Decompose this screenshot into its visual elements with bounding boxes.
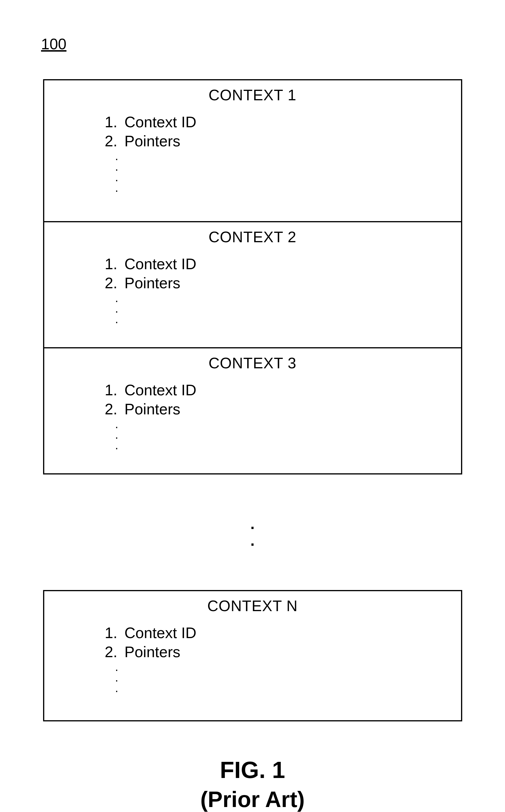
- figure-number: FIG. 1: [38, 757, 467, 784]
- context-block-3: CONTEXT 3 1. Context ID 2. Pointers ...: [44, 347, 461, 473]
- item-number: 1.: [97, 255, 125, 274]
- figure-subtitle: (Prior Art): [38, 787, 467, 812]
- context-title: CONTEXT 1: [56, 86, 449, 104]
- context-block-2: CONTEXT 2 1. Context ID 2. Pointers ...: [44, 221, 461, 347]
- item-label: Context ID: [125, 624, 197, 643]
- list-item: 1. Context ID: [97, 113, 449, 132]
- vertical-ellipsis-icon: ....: [115, 151, 449, 193]
- item-number: 2.: [97, 274, 125, 293]
- vertical-ellipsis-icon: ...: [115, 662, 449, 693]
- figure-caption: FIG. 1 (Prior Art): [38, 757, 467, 812]
- item-label: Pointers: [125, 400, 181, 419]
- item-label: Pointers: [125, 274, 181, 293]
- item-label: Pointers: [125, 643, 181, 662]
- context-item-list: 1. Context ID 2. Pointers: [97, 113, 449, 151]
- context-item-list: 1. Context ID 2. Pointers: [97, 624, 449, 662]
- item-number: 2.: [97, 132, 125, 151]
- item-number: 2.: [97, 643, 125, 662]
- context-item-list: 1. Context ID 2. Pointers: [97, 381, 449, 419]
- context-title: CONTEXT N: [56, 597, 449, 615]
- item-label: Context ID: [125, 381, 197, 400]
- list-item: 2. Pointers: [97, 132, 449, 151]
- item-label: Context ID: [125, 255, 197, 274]
- context-stack: CONTEXT 1 1. Context ID 2. Pointers ....…: [43, 79, 462, 475]
- item-number: 1.: [97, 624, 125, 643]
- list-item: 2. Pointers: [97, 400, 449, 419]
- continuation-dots-icon: ..: [38, 516, 467, 549]
- context-item-list: 1. Context ID 2. Pointers: [97, 255, 449, 293]
- context-title: CONTEXT 3: [56, 354, 449, 372]
- list-item: 1. Context ID: [97, 255, 449, 274]
- reference-number: 100: [41, 35, 467, 53]
- list-item: 1. Context ID: [97, 624, 449, 643]
- list-item: 1. Context ID: [97, 381, 449, 400]
- figure-page: 100 CONTEXT 1 1. Context ID 2. Pointers …: [0, 0, 505, 812]
- context-block-1: CONTEXT 1 1. Context ID 2. Pointers ....: [44, 80, 461, 221]
- item-number: 1.: [97, 113, 125, 132]
- item-label: Pointers: [125, 132, 181, 151]
- vertical-ellipsis-icon: ...: [115, 419, 449, 450]
- item-number: 1.: [97, 381, 125, 400]
- vertical-ellipsis-icon: ...: [115, 293, 449, 324]
- item-number: 2.: [97, 400, 125, 419]
- list-item: 2. Pointers: [97, 643, 449, 662]
- context-block-n-inner: CONTEXT N 1. Context ID 2. Pointers ...: [44, 591, 461, 720]
- list-item: 2. Pointers: [97, 274, 449, 293]
- context-title: CONTEXT 2: [56, 228, 449, 246]
- context-block-n: CONTEXT N 1. Context ID 2. Pointers ...: [43, 590, 462, 721]
- item-label: Context ID: [125, 113, 197, 132]
